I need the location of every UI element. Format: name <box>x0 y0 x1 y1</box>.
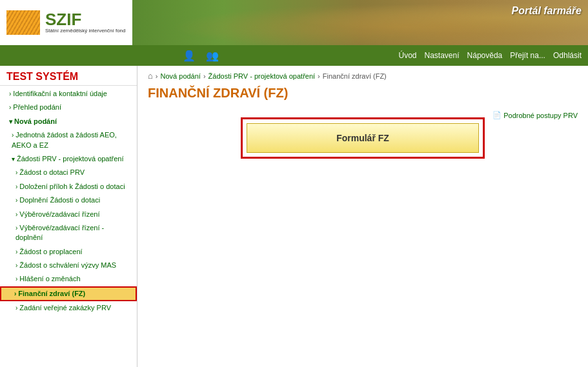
nav-help[interactable]: Nápověda <box>467 51 503 60</box>
sidebar: TEST SYSTÉM ›Identifikační a kontaktní ú… <box>0 66 137 367</box>
sidebar-section: ›Identifikační a kontaktní údaje ›Přehle… <box>0 86 137 317</box>
content: ⌂ › Nová podání › Žádosti PRV - projekto… <box>137 66 588 367</box>
arrow-icon: › <box>9 104 11 111</box>
breadcrumb-current: Finanční zdraví (FZ) <box>323 72 387 80</box>
arrow-icon: › <box>9 90 11 97</box>
sidebar-item-proplaceni[interactable]: ›Žádost o proplacení <box>0 245 137 259</box>
portal-label: Portál farmáře <box>512 5 582 17</box>
formularz-fz-button[interactable]: Formulář FZ <box>247 123 479 153</box>
header-image: Portál farmáře <box>132 0 588 45</box>
sidebar-item-zadosti-prv[interactable]: ▾Žádosti PRV - projektová opatření <box>0 152 137 166</box>
sidebar-item-nova-podani[interactable]: ▾Nová podání <box>0 115 137 128</box>
logo-block: SZIF Státní zemědělský intervenční fond <box>0 0 132 45</box>
home-icon[interactable]: ⌂ <box>148 71 153 81</box>
navbar-icons: 👤 👥 <box>120 50 281 62</box>
nav-settings[interactable]: Nastavení <box>425 51 460 60</box>
formularz-btn-wrapper: Formulář FZ <box>148 117 578 159</box>
arrow-icon: › <box>15 197 17 204</box>
arrow-icon: › <box>15 211 17 218</box>
logo-text: SZIF Státní zemědělský intervenční fond <box>45 11 126 34</box>
header: SZIF Státní zemědělský intervenční fond … <box>0 0 588 45</box>
nav-intro[interactable]: Úvod <box>399 51 417 60</box>
arrow-icon: › <box>15 183 17 190</box>
sidebar-item-financni-zdravi[interactable]: ›Finanční zdraví (FZ) <box>0 286 137 301</box>
logo-subtitle: Státní zemědělský intervenční fond <box>45 28 126 34</box>
sidebar-item-zadost-dotaci[interactable]: ›Žádost o dotaci PRV <box>0 166 137 179</box>
navbar-links: Úvod Nastavení Nápověda Přejít na... Odh… <box>399 51 582 60</box>
breadcrumb-nova-podani[interactable]: Nová podání <box>161 72 201 80</box>
sidebar-item-mas[interactable]: ›Žádost o schválení výzvy MAS <box>0 259 137 272</box>
arrow-icon: › <box>12 132 14 139</box>
main-layout: TEST SYSTÉM ›Identifikační a kontaktní ú… <box>0 66 588 367</box>
nav-logout[interactable]: Odhlásit <box>553 51 582 60</box>
arrow-icon: › <box>14 290 16 297</box>
content-body: 📄 Podrobné postupy PRV Formulář FZ <box>148 111 578 159</box>
arrow-icon: ▾ <box>12 155 15 163</box>
logo-icon <box>6 10 40 35</box>
formularz-btn-outer: Formulář FZ <box>241 117 485 159</box>
arrow-icon: ▾ <box>9 118 12 125</box>
sidebar-item-vyberove-doplneni[interactable]: ›Výběrové/zadávací řízení - doplnění <box>0 221 137 245</box>
sidebar-item-dolozeni[interactable]: ›Doložení příloh k Žádosti o dotaci <box>0 180 137 193</box>
arrow-icon: › <box>15 262 17 269</box>
szif-label: SZIF <box>45 11 126 28</box>
navbar: 👤 👥 Úvod Nastavení Nápověda Přejít na...… <box>0 45 588 66</box>
arrow-icon: › <box>15 275 17 283</box>
sidebar-item-vyberove[interactable]: ›Výběrové/zadávací řízení <box>0 208 137 221</box>
page-title: FINANČNÍ ZDRAVÍ (FZ) <box>148 86 578 101</box>
arrow-icon: › <box>15 304 17 312</box>
sidebar-item-hlaseni[interactable]: ›Hlášení o změnách <box>0 272 137 286</box>
sidebar-item-prehled[interactable]: ›Přehled podání <box>0 101 137 114</box>
sidebar-title: TEST SYSTÉM <box>0 66 137 86</box>
arrow-icon: › <box>15 169 17 176</box>
sidebar-item-doplneni[interactable]: ›Doplnění Žádosti o dotaci <box>0 193 137 207</box>
person-icon[interactable]: 👥 <box>206 50 219 62</box>
arrow-icon: › <box>15 224 17 232</box>
sidebar-item-jednotna[interactable]: ›Jednotná žádost a žádosti AEO, AEKO a E… <box>0 128 137 152</box>
user-icon[interactable]: 👤 <box>183 50 196 62</box>
sidebar-item-identifikacni[interactable]: ›Identifikační a kontaktní údaje <box>0 87 137 101</box>
nav-goto[interactable]: Přejít na... <box>510 51 545 60</box>
sidebar-item-verejne-zakazky[interactable]: ›Zadání veřejné zakázky PRV <box>0 301 137 315</box>
arrow-icon: › <box>15 248 17 255</box>
document-icon: 📄 <box>492 111 502 119</box>
breadcrumb-zadosti-prv[interactable]: Žádosti PRV - projektová opatření <box>208 72 316 80</box>
podrobne-link[interactable]: 📄 Podrobné postupy PRV <box>492 111 578 119</box>
breadcrumb: ⌂ › Nová podání › Žádosti PRV - projekto… <box>148 71 578 81</box>
